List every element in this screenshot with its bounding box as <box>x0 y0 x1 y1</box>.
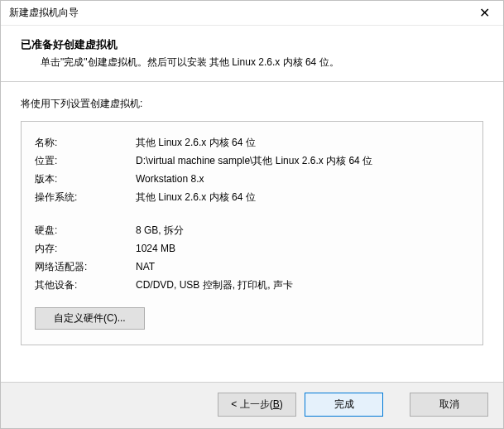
finish-button[interactable]: 完成 <box>305 393 383 417</box>
wizard-window: 新建虚拟机向导 ✕ 已准备好创建虚拟机 单击"完成"创建虚拟机。然后可以安装 其… <box>0 0 504 429</box>
spec-row-location: 位置: D:\virtual machine sample\其他 Linux 2… <box>35 152 469 170</box>
spec-gap <box>35 206 469 221</box>
back-button[interactable]: < 上一步(B) <box>218 393 296 417</box>
body-label: 将使用下列设置创建虚拟机: <box>21 97 483 111</box>
spec-row-other-devices: 其他设备: CD/DVD, USB 控制器, 打印机, 声卡 <box>35 276 469 294</box>
spec-label: 网络适配器: <box>35 258 136 276</box>
spec-value: Workstation 8.x <box>136 170 469 188</box>
body-section: 将使用下列设置创建虚拟机: 名称: 其他 Linux 2.6.x 内核 64 位… <box>1 82 503 382</box>
spec-row-name: 名称: 其他 Linux 2.6.x 内核 64 位 <box>35 133 469 152</box>
footer: < 上一步(B) 完成 取消 <box>1 382 503 428</box>
spec-value: 1024 MB <box>136 239 469 258</box>
spec-value: 8 GB, 拆分 <box>136 221 469 239</box>
spec-panel: 名称: 其他 Linux 2.6.x 内核 64 位 位置: D:\virtua… <box>21 121 483 345</box>
footer-gap <box>391 393 401 417</box>
spec-value: 其他 Linux 2.6.x 内核 64 位 <box>136 133 469 152</box>
back-label-suffix: ) <box>280 398 283 410</box>
spec-row-memory: 内存: 1024 MB <box>35 239 469 258</box>
back-label-key: B <box>273 398 280 410</box>
spec-row-network: 网络适配器: NAT <box>35 258 469 276</box>
spec-label: 位置: <box>35 152 136 170</box>
spec-row-disk: 硬盘: 8 GB, 拆分 <box>35 221 469 239</box>
spec-label: 名称: <box>35 133 136 152</box>
spec-value: D:\virtual machine sample\其他 Linux 2.6.x… <box>136 152 469 170</box>
header-subtitle: 单击"完成"创建虚拟机。然后可以安装 其他 Linux 2.6.x 内核 64 … <box>21 55 483 70</box>
spec-value: NAT <box>136 258 469 276</box>
close-button[interactable]: ✕ <box>466 1 503 26</box>
spec-label: 版本: <box>35 170 136 188</box>
header-section: 已准备好创建虚拟机 单击"完成"创建虚拟机。然后可以安装 其他 Linux 2.… <box>1 26 503 82</box>
spec-label: 其他设备: <box>35 276 136 294</box>
back-label-prefix: < 上一步( <box>231 398 272 410</box>
cancel-button[interactable]: 取消 <box>410 393 488 417</box>
customize-row: 自定义硬件(C)... <box>35 307 469 330</box>
customize-hardware-button[interactable]: 自定义硬件(C)... <box>35 307 145 330</box>
header-title: 已准备好创建虚拟机 <box>21 37 483 52</box>
spec-label: 硬盘: <box>35 221 136 239</box>
close-icon: ✕ <box>479 5 490 21</box>
spec-value: 其他 Linux 2.6.x 内核 64 位 <box>136 188 469 206</box>
window-title: 新建虚拟机向导 <box>9 6 79 20</box>
spec-label: 操作系统: <box>35 188 136 206</box>
titlebar: 新建虚拟机向导 ✕ <box>1 1 503 26</box>
spec-row-version: 版本: Workstation 8.x <box>35 170 469 188</box>
spec-label: 内存: <box>35 239 136 258</box>
spec-value: CD/DVD, USB 控制器, 打印机, 声卡 <box>136 276 469 294</box>
spec-row-os: 操作系统: 其他 Linux 2.6.x 内核 64 位 <box>35 188 469 206</box>
